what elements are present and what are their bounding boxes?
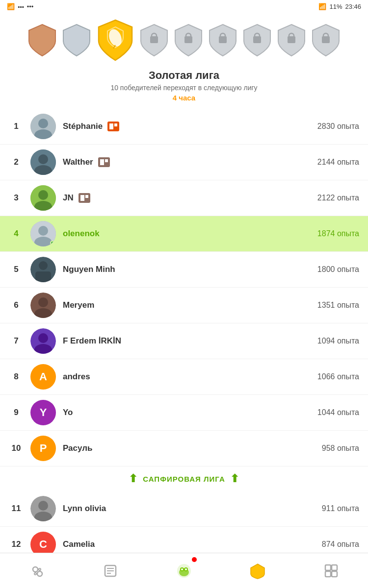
username-andres: andres [63, 372, 90, 382]
svg-rect-69 [325, 571, 331, 577]
league-header: Золотая лига 10 победителей переходят в … [0, 13, 368, 109]
table-row-highlighted[interactable]: 4 olenenok 1874 опыта [0, 216, 368, 252]
shield-locked-2 [173, 23, 204, 58]
avatar-stephanie [30, 114, 56, 139]
xp-8: 1066 опыта [317, 372, 359, 381]
avatar-walther [30, 149, 56, 175]
shield-silver [61, 23, 92, 58]
nav-lessons[interactable] [91, 553, 130, 588]
arrow-up-left-icon: ⬆ [129, 472, 138, 485]
svg-point-45 [38, 501, 48, 511]
svg-point-27 [38, 190, 48, 200]
svg-point-21 [38, 154, 48, 164]
avatar-ferdem [30, 328, 56, 354]
nav-league[interactable] [238, 553, 277, 588]
rank-3: 3 [9, 193, 24, 203]
rank-10: 10 [9, 443, 24, 453]
avatar-lynn [30, 496, 56, 521]
avatar-rasul: P [30, 436, 56, 461]
league-divider: ⬆ САПФИРОВАЯ ЛИГА ⬆ [0, 466, 368, 491]
avatar-olenenok [30, 221, 56, 246]
nav-home[interactable] [17, 553, 56, 588]
battery-signal: 📶 [318, 3, 326, 10]
league-subtitle: 10 победителей переходят в следующую лиг… [110, 84, 257, 92]
table-row[interactable]: 10 P Расуль 958 опыта [0, 431, 368, 466]
user-info-5: Nguyen Minh [63, 265, 317, 274]
nav-mascot[interactable] [164, 553, 204, 588]
avatar-andres: A [30, 364, 56, 390]
svg-point-53 [33, 567, 38, 572]
league-title: Золотая лига [149, 69, 219, 82]
svg-rect-12 [322, 36, 330, 43]
username-lynn: Lynn olivia [63, 504, 106, 514]
avatar-yo: Y [30, 400, 56, 425]
user-info-1: Stéphanie [63, 121, 317, 132]
svg-point-56 [39, 568, 41, 570]
username-walther: Walther [63, 157, 93, 167]
user-info-7: F Erdem İRKİN [63, 336, 317, 346]
user-info-6: Meryem [63, 300, 317, 310]
svg-rect-68 [332, 565, 337, 570]
table-row[interactable]: 2 Walther 2144 опыта [0, 145, 368, 180]
user-info-3: JN [63, 192, 317, 204]
svg-rect-24 [100, 159, 104, 165]
avatar-nguyen [30, 257, 56, 282]
table-row[interactable]: 1 Stéphanie 2830 опыта [0, 109, 368, 145]
rank-1: 1 [9, 122, 24, 131]
time-display: 23:46 [345, 3, 361, 10]
rank-2: 2 [9, 157, 24, 167]
arrow-up-right-icon: ⬆ [230, 472, 239, 485]
svg-rect-8 [253, 36, 261, 43]
user-info-11: Lynn olivia [63, 504, 322, 514]
table-row[interactable]: 6 Meryem 1351 опыта [0, 288, 368, 323]
svg-rect-30 [80, 195, 84, 201]
svg-rect-37 [35, 271, 51, 282]
divider-label: САПФИРОВАЯ ЛИГА [143, 475, 225, 483]
shield-gold-active [96, 18, 135, 62]
badge-stephanie [106, 121, 120, 132]
rank-11: 11 [9, 504, 24, 514]
table-row[interactable]: 7 F Erdem İRKİN 1094 опыта [0, 323, 368, 359]
table-row[interactable]: 5 Nguyen Minh 1800 опыта [0, 252, 368, 288]
xp-1: 2830 опыта [317, 122, 359, 131]
svg-point-42 [38, 333, 48, 343]
xp-4: 1874 опыта [317, 229, 359, 238]
user-info-9: Yo [63, 408, 317, 417]
svg-rect-19 [114, 123, 117, 126]
wifi-icon: 📶 [7, 3, 15, 10]
xp-10: 958 опыта [322, 444, 359, 453]
svg-rect-67 [325, 565, 331, 570]
user-info-8: andres [63, 372, 317, 382]
table-row[interactable]: 11 Lynn olivia 911 опыта [0, 491, 368, 527]
status-right: 📶 11% 23:46 [318, 3, 361, 10]
bottom-nav [0, 553, 368, 588]
rank-6: 6 [9, 300, 24, 310]
table-row[interactable]: 3 JN 2122 опыта [0, 180, 368, 216]
badge-jn [78, 192, 91, 204]
shield-locked-3 [208, 23, 238, 58]
nav-shop[interactable] [312, 553, 351, 588]
shield-locked-6 [311, 23, 341, 58]
username-nguyen: Nguyen Minh [63, 265, 115, 274]
svg-rect-31 [85, 195, 88, 198]
svg-point-55 [34, 573, 36, 575]
username-stephanie: Stéphanie [63, 122, 103, 131]
signal-icon: ▪▪▪ [18, 3, 24, 10]
shield-locked-1 [139, 23, 169, 58]
svg-rect-70 [332, 571, 337, 577]
shield-locked-5 [276, 23, 307, 58]
xp-7: 1094 опыта [317, 337, 359, 345]
svg-point-65 [181, 568, 183, 570]
table-row[interactable]: 9 Y Yo 1044 опыта [0, 395, 368, 431]
xp-6: 1351 опыта [317, 301, 359, 310]
xp-5: 1800 опыта [317, 265, 359, 274]
username-yo: Yo [63, 408, 73, 417]
status-bar: 📶 ▪▪▪ ••• 📶 11% 23:46 [0, 0, 368, 13]
svg-point-54 [37, 571, 42, 576]
rank-12: 12 [9, 539, 24, 549]
table-row[interactable]: 8 A andres 1066 опыта [0, 359, 368, 395]
svg-rect-18 [109, 123, 113, 129]
user-info-2: Walther [63, 156, 317, 168]
username-ferdem: F Erdem İRKİN [63, 336, 121, 346]
svg-rect-6 [219, 36, 227, 43]
